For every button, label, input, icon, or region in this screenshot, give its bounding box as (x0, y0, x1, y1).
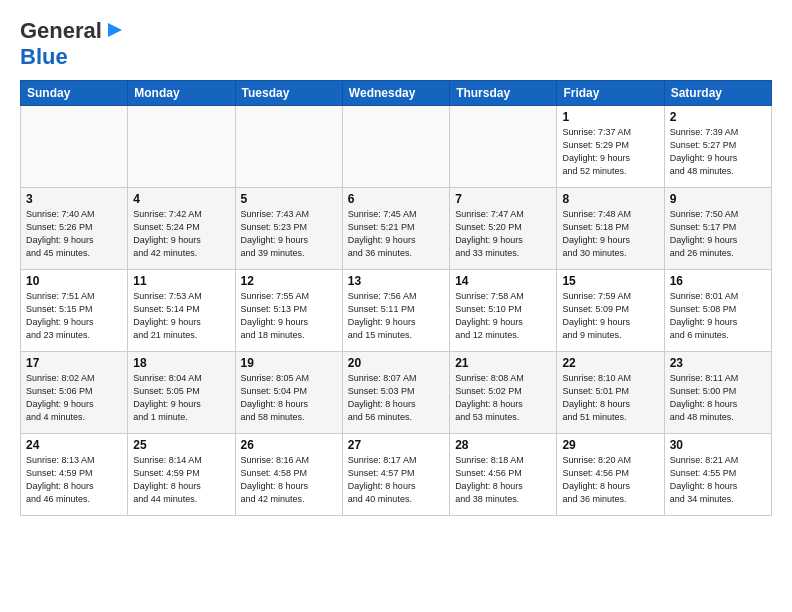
day-info: Sunrise: 7:40 AM Sunset: 5:26 PM Dayligh… (26, 208, 122, 260)
day-info: Sunrise: 8:04 AM Sunset: 5:05 PM Dayligh… (133, 372, 229, 424)
day-info: Sunrise: 7:39 AM Sunset: 5:27 PM Dayligh… (670, 126, 766, 178)
logo-general: General (20, 18, 102, 44)
day-number: 7 (455, 192, 551, 206)
day-number: 4 (133, 192, 229, 206)
day-number: 23 (670, 356, 766, 370)
col-header-thursday: Thursday (450, 81, 557, 106)
day-info: Sunrise: 8:08 AM Sunset: 5:02 PM Dayligh… (455, 372, 551, 424)
calendar-table: SundayMondayTuesdayWednesdayThursdayFrid… (20, 80, 772, 516)
day-number: 1 (562, 110, 658, 124)
day-cell: 25Sunrise: 8:14 AM Sunset: 4:59 PM Dayli… (128, 434, 235, 516)
week-row-4: 17Sunrise: 8:02 AM Sunset: 5:06 PM Dayli… (21, 352, 772, 434)
day-cell: 24Sunrise: 8:13 AM Sunset: 4:59 PM Dayli… (21, 434, 128, 516)
col-header-sunday: Sunday (21, 81, 128, 106)
day-cell: 15Sunrise: 7:59 AM Sunset: 5:09 PM Dayli… (557, 270, 664, 352)
day-cell: 4Sunrise: 7:42 AM Sunset: 5:24 PM Daylig… (128, 188, 235, 270)
day-number: 28 (455, 438, 551, 452)
day-info: Sunrise: 7:37 AM Sunset: 5:29 PM Dayligh… (562, 126, 658, 178)
day-number: 22 (562, 356, 658, 370)
day-cell: 28Sunrise: 8:18 AM Sunset: 4:56 PM Dayli… (450, 434, 557, 516)
day-number: 24 (26, 438, 122, 452)
day-cell: 2Sunrise: 7:39 AM Sunset: 5:27 PM Daylig… (664, 106, 771, 188)
day-info: Sunrise: 8:14 AM Sunset: 4:59 PM Dayligh… (133, 454, 229, 506)
day-cell (342, 106, 449, 188)
day-number: 10 (26, 274, 122, 288)
day-info: Sunrise: 7:56 AM Sunset: 5:11 PM Dayligh… (348, 290, 444, 342)
logo-arrow-icon (104, 19, 126, 41)
col-header-friday: Friday (557, 81, 664, 106)
day-info: Sunrise: 7:43 AM Sunset: 5:23 PM Dayligh… (241, 208, 337, 260)
day-number: 27 (348, 438, 444, 452)
day-number: 17 (26, 356, 122, 370)
day-number: 20 (348, 356, 444, 370)
day-info: Sunrise: 8:05 AM Sunset: 5:04 PM Dayligh… (241, 372, 337, 424)
day-number: 2 (670, 110, 766, 124)
page: General Blue SundayMondayTuesdayWednesda… (0, 0, 792, 526)
day-cell: 9Sunrise: 7:50 AM Sunset: 5:17 PM Daylig… (664, 188, 771, 270)
day-number: 3 (26, 192, 122, 206)
day-info: Sunrise: 8:18 AM Sunset: 4:56 PM Dayligh… (455, 454, 551, 506)
day-cell: 5Sunrise: 7:43 AM Sunset: 5:23 PM Daylig… (235, 188, 342, 270)
week-row-2: 3Sunrise: 7:40 AM Sunset: 5:26 PM Daylig… (21, 188, 772, 270)
logo: General Blue (20, 18, 126, 70)
day-info: Sunrise: 7:47 AM Sunset: 5:20 PM Dayligh… (455, 208, 551, 260)
day-cell: 20Sunrise: 8:07 AM Sunset: 5:03 PM Dayli… (342, 352, 449, 434)
day-number: 13 (348, 274, 444, 288)
day-cell (128, 106, 235, 188)
day-cell: 3Sunrise: 7:40 AM Sunset: 5:26 PM Daylig… (21, 188, 128, 270)
week-row-1: 1Sunrise: 7:37 AM Sunset: 5:29 PM Daylig… (21, 106, 772, 188)
week-row-3: 10Sunrise: 7:51 AM Sunset: 5:15 PM Dayli… (21, 270, 772, 352)
day-number: 12 (241, 274, 337, 288)
day-cell: 6Sunrise: 7:45 AM Sunset: 5:21 PM Daylig… (342, 188, 449, 270)
day-number: 15 (562, 274, 658, 288)
day-cell: 19Sunrise: 8:05 AM Sunset: 5:04 PM Dayli… (235, 352, 342, 434)
day-number: 14 (455, 274, 551, 288)
day-info: Sunrise: 7:50 AM Sunset: 5:17 PM Dayligh… (670, 208, 766, 260)
week-row-5: 24Sunrise: 8:13 AM Sunset: 4:59 PM Dayli… (21, 434, 772, 516)
day-number: 6 (348, 192, 444, 206)
day-info: Sunrise: 8:01 AM Sunset: 5:08 PM Dayligh… (670, 290, 766, 342)
day-info: Sunrise: 8:16 AM Sunset: 4:58 PM Dayligh… (241, 454, 337, 506)
day-info: Sunrise: 8:02 AM Sunset: 5:06 PM Dayligh… (26, 372, 122, 424)
day-info: Sunrise: 8:17 AM Sunset: 4:57 PM Dayligh… (348, 454, 444, 506)
day-cell: 13Sunrise: 7:56 AM Sunset: 5:11 PM Dayli… (342, 270, 449, 352)
logo-blue: Blue (20, 44, 68, 69)
day-cell: 21Sunrise: 8:08 AM Sunset: 5:02 PM Dayli… (450, 352, 557, 434)
day-info: Sunrise: 8:07 AM Sunset: 5:03 PM Dayligh… (348, 372, 444, 424)
day-number: 30 (670, 438, 766, 452)
day-cell (21, 106, 128, 188)
day-number: 21 (455, 356, 551, 370)
day-cell: 11Sunrise: 7:53 AM Sunset: 5:14 PM Dayli… (128, 270, 235, 352)
day-number: 9 (670, 192, 766, 206)
day-number: 29 (562, 438, 658, 452)
day-info: Sunrise: 7:45 AM Sunset: 5:21 PM Dayligh… (348, 208, 444, 260)
day-cell: 22Sunrise: 8:10 AM Sunset: 5:01 PM Dayli… (557, 352, 664, 434)
day-info: Sunrise: 8:10 AM Sunset: 5:01 PM Dayligh… (562, 372, 658, 424)
day-number: 11 (133, 274, 229, 288)
day-cell: 14Sunrise: 7:58 AM Sunset: 5:10 PM Dayli… (450, 270, 557, 352)
day-info: Sunrise: 7:58 AM Sunset: 5:10 PM Dayligh… (455, 290, 551, 342)
header: General Blue (20, 18, 772, 70)
day-cell: 8Sunrise: 7:48 AM Sunset: 5:18 PM Daylig… (557, 188, 664, 270)
day-info: Sunrise: 8:20 AM Sunset: 4:56 PM Dayligh… (562, 454, 658, 506)
col-header-tuesday: Tuesday (235, 81, 342, 106)
day-cell: 12Sunrise: 7:55 AM Sunset: 5:13 PM Dayli… (235, 270, 342, 352)
day-info: Sunrise: 8:21 AM Sunset: 4:55 PM Dayligh… (670, 454, 766, 506)
day-number: 26 (241, 438, 337, 452)
day-number: 16 (670, 274, 766, 288)
day-cell: 26Sunrise: 8:16 AM Sunset: 4:58 PM Dayli… (235, 434, 342, 516)
day-cell: 16Sunrise: 8:01 AM Sunset: 5:08 PM Dayli… (664, 270, 771, 352)
day-cell: 7Sunrise: 7:47 AM Sunset: 5:20 PM Daylig… (450, 188, 557, 270)
day-cell (235, 106, 342, 188)
header-row: SundayMondayTuesdayWednesdayThursdayFrid… (21, 81, 772, 106)
day-cell: 29Sunrise: 8:20 AM Sunset: 4:56 PM Dayli… (557, 434, 664, 516)
day-cell: 27Sunrise: 8:17 AM Sunset: 4:57 PM Dayli… (342, 434, 449, 516)
day-info: Sunrise: 7:55 AM Sunset: 5:13 PM Dayligh… (241, 290, 337, 342)
day-cell (450, 106, 557, 188)
day-cell: 30Sunrise: 8:21 AM Sunset: 4:55 PM Dayli… (664, 434, 771, 516)
col-header-wednesday: Wednesday (342, 81, 449, 106)
day-info: Sunrise: 8:13 AM Sunset: 4:59 PM Dayligh… (26, 454, 122, 506)
day-number: 8 (562, 192, 658, 206)
day-cell: 10Sunrise: 7:51 AM Sunset: 5:15 PM Dayli… (21, 270, 128, 352)
day-info: Sunrise: 7:42 AM Sunset: 5:24 PM Dayligh… (133, 208, 229, 260)
